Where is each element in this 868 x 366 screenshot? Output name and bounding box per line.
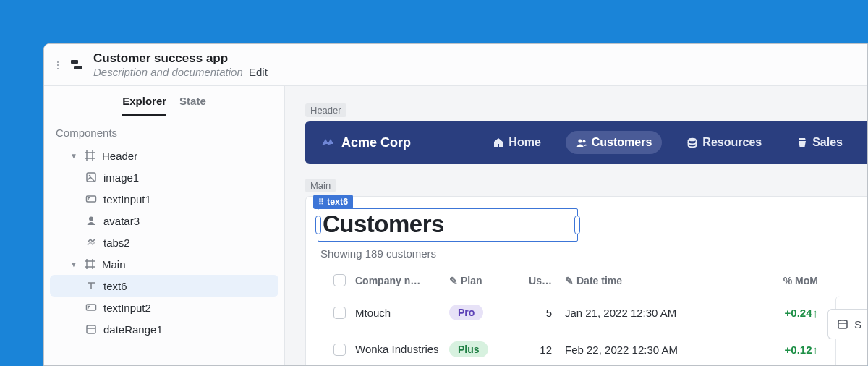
caret-down-icon: ▼ bbox=[70, 260, 77, 268]
cell-date: Feb 22, 2022 12:30 AM bbox=[565, 344, 731, 356]
select-all-checkbox[interactable] bbox=[333, 274, 346, 286]
app-logo-icon bbox=[69, 57, 85, 73]
preview-main-panel: text6 Customers Showing 189 customers Co… bbox=[305, 196, 867, 365]
nav-customers-label: Customers bbox=[592, 136, 652, 149]
tree-item-main[interactable]: ▼ Main bbox=[50, 253, 278, 275]
pencil-icon: ✎ bbox=[449, 275, 458, 286]
preview-header-bar: Acme Corp Home Customers Resources bbox=[305, 121, 867, 164]
cell-users: 5 bbox=[522, 307, 565, 319]
app-body: Explorer State Components ▼ Header image… bbox=[44, 86, 867, 365]
svg-rect-0 bbox=[71, 60, 78, 64]
daterange-icon bbox=[85, 323, 98, 336]
svg-rect-7 bbox=[87, 325, 95, 333]
cell-company: Wonka Industries bbox=[355, 343, 449, 357]
svg-point-9 bbox=[582, 140, 585, 143]
cell-date: Jan 21, 2022 12:30 AM bbox=[565, 307, 731, 319]
cell-mom: +0.12 bbox=[731, 344, 818, 356]
date-range-button[interactable]: S bbox=[827, 309, 867, 339]
components-section-label: Components bbox=[44, 116, 284, 145]
caret-down-icon: ▼ bbox=[70, 152, 77, 160]
table-row[interactable]: Mtouch Pro 5 Jan 21, 2022 12:30 AM +0.24 bbox=[318, 294, 827, 331]
textinput-icon bbox=[85, 301, 98, 314]
tab-explorer[interactable]: Explorer bbox=[122, 95, 166, 116]
plan-badge: Pro bbox=[449, 305, 483, 320]
edit-description-link[interactable]: Edit bbox=[249, 66, 268, 78]
users-icon bbox=[576, 137, 587, 148]
svg-rect-1 bbox=[74, 66, 82, 69]
brand-logo[interactable]: Acme Corp bbox=[320, 135, 411, 150]
sidebar: Explorer State Components ▼ Header image… bbox=[44, 86, 285, 365]
tree-item-textinput1[interactable]: textInput1 bbox=[50, 188, 278, 210]
col-date[interactable]: ✎Date time bbox=[565, 275, 731, 286]
tree-item-daterange1[interactable]: dateRange1 bbox=[50, 318, 278, 340]
tree-item-text6[interactable]: text6 bbox=[50, 275, 278, 297]
nav-resources[interactable]: Resources bbox=[676, 131, 772, 154]
table-row[interactable]: Wonka Industries Plus 12 Feb 22, 2022 12… bbox=[318, 331, 827, 365]
col-company[interactable]: Company n… bbox=[355, 275, 449, 286]
app-title: Customer success app bbox=[93, 51, 268, 66]
component-tree: ▼ Header image1 textInput1 avatar3 bbox=[44, 145, 284, 340]
brand-logo-icon bbox=[320, 135, 336, 150]
avatar-icon bbox=[85, 214, 98, 227]
image-icon bbox=[85, 171, 98, 184]
tabs-icon bbox=[85, 236, 98, 249]
tree-item-label: dateRange1 bbox=[103, 323, 163, 336]
tree-item-textinput2[interactable]: textInput2 bbox=[50, 297, 278, 318]
home-icon bbox=[493, 137, 504, 148]
row-checkbox[interactable] bbox=[333, 307, 346, 319]
plan-badge: Plus bbox=[449, 341, 488, 357]
tree-item-header[interactable]: ▼ Header bbox=[50, 145, 278, 166]
sales-icon bbox=[796, 137, 808, 148]
tree-item-tabs2[interactable]: tabs2 bbox=[50, 231, 278, 253]
tree-item-avatar3[interactable]: avatar3 bbox=[50, 210, 278, 231]
nav-home[interactable]: Home bbox=[482, 131, 550, 154]
col-plan[interactable]: ✎Plan bbox=[449, 275, 522, 286]
app-subtitle-text: Description and documentation bbox=[93, 66, 243, 78]
svg-point-3 bbox=[89, 175, 91, 177]
tab-state[interactable]: State bbox=[179, 95, 206, 116]
nav-sales-label: Sales bbox=[812, 136, 843, 149]
cell-company: Mtouch bbox=[355, 307, 449, 319]
tree-item-label: text6 bbox=[103, 280, 127, 292]
tree-item-label: avatar3 bbox=[103, 215, 140, 227]
pencil-icon: ✎ bbox=[565, 275, 574, 286]
col-mom[interactable]: % MoM bbox=[731, 275, 818, 286]
app-title-group: Customer success app Description and doc… bbox=[93, 51, 268, 78]
tree-item-label: Main bbox=[102, 258, 126, 271]
table-header: Company n… ✎Plan Us… ✎Date time % MoM bbox=[318, 267, 827, 294]
date-range-label: S bbox=[854, 318, 861, 331]
nav-resources-label: Resources bbox=[702, 136, 762, 149]
brand-name: Acme Corp bbox=[341, 135, 411, 150]
textinput-icon bbox=[85, 192, 98, 205]
tree-item-image1[interactable]: image1 bbox=[50, 166, 278, 188]
tree-item-label: image1 bbox=[103, 171, 139, 184]
selection-tag[interactable]: text6 bbox=[313, 195, 353, 209]
main-section-tag: Main bbox=[305, 179, 336, 192]
drag-handle-icon[interactable]: ⋮ bbox=[53, 64, 60, 67]
cell-mom: +0.24 bbox=[731, 307, 818, 319]
sidebar-tabs: Explorer State bbox=[44, 86, 284, 116]
page-subtitle: Showing 189 customers bbox=[320, 247, 856, 260]
calendar-icon bbox=[837, 318, 848, 330]
frame-icon bbox=[83, 258, 96, 271]
tree-item-label: tabs2 bbox=[103, 237, 130, 249]
nav-customers[interactable]: Customers bbox=[566, 131, 663, 154]
cell-users: 12 bbox=[522, 344, 565, 356]
app-window: ⋮ Customer success app Description and d… bbox=[43, 43, 868, 366]
tree-item-label: textInput1 bbox=[103, 193, 151, 205]
col-users[interactable]: Us… bbox=[522, 275, 565, 286]
app-subtitle: Description and documentation Edit bbox=[93, 66, 268, 78]
selected-component-text6[interactable]: Customers bbox=[318, 208, 578, 242]
nav-sales[interactable]: Sales bbox=[786, 131, 853, 154]
header-section-tag: Header bbox=[305, 103, 346, 117]
canvas: Header Acme Corp Home Customers Resou bbox=[285, 86, 867, 365]
database-icon bbox=[686, 137, 698, 148]
app-header: ⋮ Customer success app Description and d… bbox=[44, 44, 867, 86]
nav-home-label: Home bbox=[509, 136, 540, 149]
svg-point-10 bbox=[689, 138, 697, 142]
row-checkbox[interactable] bbox=[333, 344, 346, 356]
tree-item-label: Header bbox=[102, 150, 137, 162]
frame-icon bbox=[83, 149, 96, 162]
selection-tag-label: text6 bbox=[327, 197, 348, 207]
svg-point-8 bbox=[578, 139, 582, 142]
